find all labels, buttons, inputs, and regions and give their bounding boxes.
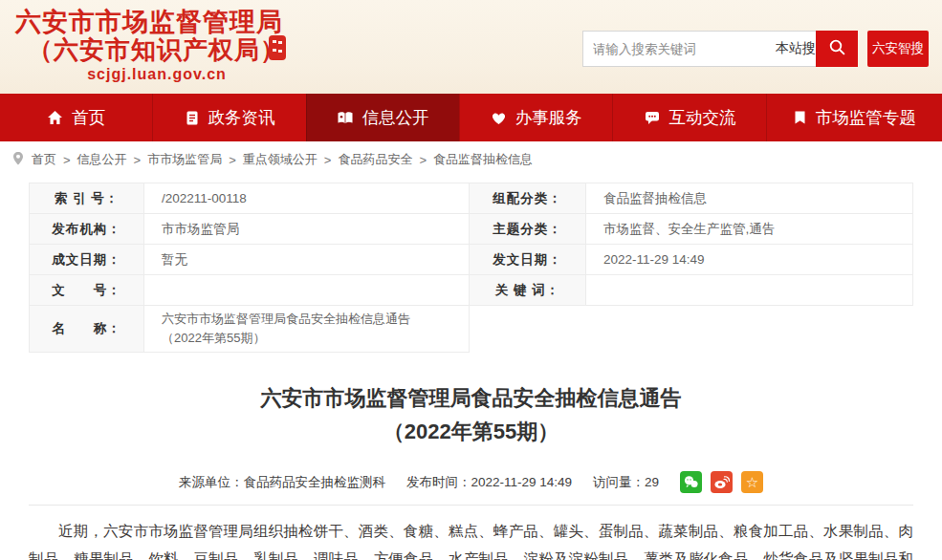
- search-input[interactable]: [583, 32, 772, 66]
- article-publish-time: 发布时间：2022-11-29 14:49: [406, 474, 572, 491]
- share-buttons: ☆: [680, 471, 763, 493]
- org-name-line1: 六安市市场监督管理局: [13, 8, 300, 36]
- info-value-keywords: [586, 275, 913, 306]
- info-table-blank-cell: [470, 306, 586, 353]
- meta-divider: [29, 505, 913, 506]
- search-icon: [828, 38, 846, 59]
- info-value-agency: 市市场监管局: [144, 214, 470, 245]
- site-header: 六安市市场监督管理局 （六安市知识产权局） scjgj.luan.gov.cn …: [0, 0, 942, 94]
- search-scope-label: 本站搜: [776, 40, 816, 57]
- breadcrumb-separator: >: [134, 153, 142, 167]
- bookmark-icon: [793, 110, 807, 125]
- org-name-line2: （六安市知识产权局）: [13, 36, 300, 64]
- info-label-publish-date: 发文日期：: [470, 245, 586, 275]
- info-label-keywords: 关 键 词：: [470, 275, 586, 306]
- nav-item-special-topics[interactable]: 市场监管专题: [766, 94, 942, 141]
- breadcrumb-separator: >: [229, 153, 236, 167]
- site-url: scjgj.luan.gov.cn: [13, 64, 300, 85]
- info-value-publish-date: 2022-11-29 14:49: [586, 245, 913, 275]
- breadcrumb-item-info[interactable]: 信息公开: [77, 151, 127, 168]
- location-pin-icon: [11, 151, 25, 168]
- nav-item-label: 互动交流: [669, 106, 736, 129]
- search-button[interactable]: [816, 31, 858, 67]
- breadcrumb-item-key-areas[interactable]: 重点领域公开: [243, 151, 318, 168]
- info-label-name: 名 称：: [30, 306, 144, 353]
- info-label-doc-no: 文 号：: [30, 275, 144, 306]
- main-nav: 首页 政务资讯 信息公开 办事服务 互动交流 市场监管专题: [0, 94, 942, 141]
- nav-item-info-disclosure[interactable]: 信息公开: [306, 94, 459, 141]
- article-meta: 来源单位：食品药品安全抽检监测科 发布时间：2022-11-29 14:49 访…: [29, 471, 913, 493]
- search-area: 本站搜 六安智搜: [582, 0, 929, 94]
- search-box: 本站搜: [582, 31, 816, 67]
- article-source: 来源单位：食品药品安全抽检监测科: [179, 474, 385, 491]
- document-icon: [185, 110, 200, 126]
- info-label-agency: 发布机构：: [30, 214, 144, 245]
- nav-item-label: 首页: [72, 106, 105, 129]
- weibo-share-icon[interactable]: [711, 471, 733, 493]
- article-visit-count: 访问量：29: [593, 474, 659, 491]
- chat-bubble-icon: [644, 110, 661, 125]
- content-area: 索 引 号： /202211-00118 组配分类： 食品监督抽检信息 发布机构…: [0, 183, 942, 560]
- star-glyph: ☆: [746, 475, 758, 489]
- breadcrumb-item-bureau[interactable]: 市市场监管局: [147, 151, 222, 168]
- info-label-topic: 主题分类：: [470, 214, 586, 245]
- info-table-blank-cell: [586, 306, 913, 353]
- official-seal-icon: [269, 35, 286, 60]
- nav-item-home[interactable]: 首页: [0, 94, 152, 141]
- info-value-name: 六安市市场监督管理局食品安全抽检信息通告 （2022年第55期）: [144, 306, 470, 353]
- nav-item-label: 市场监管专题: [816, 106, 916, 129]
- star-share-icon[interactable]: ☆: [741, 471, 763, 493]
- info-value-category: 食品监督抽检信息: [586, 183, 913, 214]
- article-body-paragraph: 近期，六安市市场监督管理局组织抽检饼干、酒类、食糖、糕点、蜂产品、罐头、蛋制品、…: [29, 517, 913, 560]
- breadcrumb-item-home[interactable]: 首页: [32, 151, 56, 168]
- breadcrumb-item-food-inspection[interactable]: 食品监督抽检信息: [433, 151, 533, 168]
- site-logo[interactable]: 六安市市场监督管理局 （六安市知识产权局） scjgj.luan.gov.cn: [13, 0, 300, 94]
- info-label-written-date: 成文日期：: [30, 245, 144, 275]
- article-title-line2: （2022年第55期）: [383, 420, 559, 443]
- breadcrumb-separator: >: [63, 153, 71, 167]
- article-title: 六安市市场监督管理局食品安全抽检信息通告 （2022年第55期）: [29, 381, 913, 448]
- wechat-share-icon[interactable]: [680, 471, 702, 493]
- smart-search-button[interactable]: 六安智搜: [867, 31, 929, 67]
- nav-item-label: 办事服务: [515, 106, 582, 129]
- info-label-index-no: 索 引 号：: [30, 183, 144, 214]
- home-icon: [47, 110, 63, 125]
- info-value-index-no: /202211-00118: [144, 183, 470, 214]
- nav-item-news[interactable]: 政务资讯: [152, 94, 305, 141]
- nav-item-interaction[interactable]: 互动交流: [612, 94, 765, 141]
- breadcrumb: 首页 > 信息公开 > 市市场监管局 > 重点领域公开 > 食品药品安全 > 食…: [0, 141, 942, 177]
- nav-item-label: 信息公开: [362, 106, 429, 129]
- heart-icon: [491, 111, 507, 125]
- info-label-category: 组配分类：: [470, 183, 586, 214]
- breadcrumb-separator: >: [419, 153, 427, 167]
- breadcrumb-separator: >: [324, 153, 332, 167]
- nav-item-label: 政务资讯: [208, 106, 275, 129]
- breadcrumb-item-food-drug-safety[interactable]: 食品药品安全: [338, 151, 412, 168]
- open-book-icon: [337, 111, 354, 125]
- article-title-line1: 六安市市场监督管理局食品安全抽检信息通告: [261, 386, 682, 410]
- info-value-topic: 市场监督、安全生产监管,通告: [586, 214, 913, 245]
- nav-item-services[interactable]: 办事服务: [459, 94, 612, 141]
- info-value-written-date: 暂无: [144, 245, 470, 275]
- document-info-table: 索 引 号： /202211-00118 组配分类： 食品监督抽检信息 发布机构…: [29, 183, 913, 353]
- info-value-doc-no: [144, 275, 470, 306]
